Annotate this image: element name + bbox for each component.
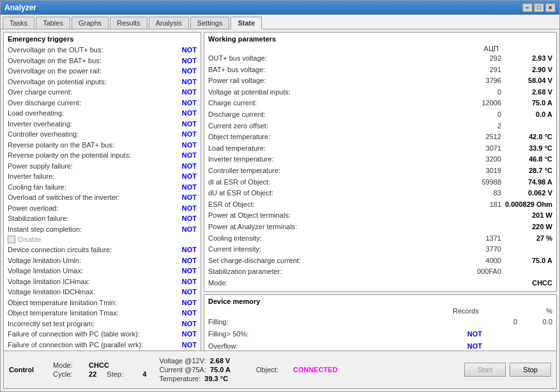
param-value: 2.90 V	[501, 64, 552, 76]
temperature-row: Temperature: 39.3 °C	[159, 375, 231, 382]
param-raw: 0	[466, 87, 501, 98]
trigger-value: NOT	[174, 129, 197, 140]
working-param-row: Cooling intensity:137127 %	[208, 233, 552, 245]
trigger-row: Overvoltage on potential inputs:NOT	[8, 77, 197, 87]
value-header	[499, 45, 550, 52]
tab-graphs[interactable]: Graphs	[72, 17, 109, 29]
connection-trigger-row: Object temperature limitation Tmax:NOT	[8, 308, 197, 319]
tab-results[interactable]: Results	[110, 17, 148, 29]
trigger-value: NOT	[174, 45, 197, 56]
working-title: Working parameters	[208, 35, 552, 43]
connection-label: Object temperature limitation Tmin:	[8, 298, 174, 308]
working-param-row: Voltage at potential inputs:02.68 V	[208, 87, 552, 98]
connection-trigger-row: Voltage limitation Umin:NOT	[8, 255, 197, 266]
window-title: Analyzer	[4, 3, 36, 12]
connection-trigger-row: Failure of connection with PC (table wor…	[8, 329, 197, 340]
param-label: Power rail voltage:	[208, 75, 466, 87]
emergency-section: Emergency triggers Overvoltage on the OU…	[3, 32, 201, 351]
working-param-row: Power at Analyzer terminals:220 W	[208, 222, 552, 233]
trigger-row: Overload of switches of the inverter:NOT	[8, 192, 197, 203]
stop-button[interactable]: Stop	[510, 363, 551, 377]
records-header: Records %	[208, 307, 552, 315]
param-label: Load temperature:	[208, 143, 466, 155]
connection-label: Failure of connection with PC (table wor…	[8, 329, 174, 340]
memory-label: Filling> 50%:	[208, 328, 447, 340]
working-param-row: Controller temperature:301928.7 °C	[208, 165, 552, 177]
connection-label: Object temperature limitation Tmax:	[8, 308, 174, 319]
memory-label: Filling:	[208, 316, 482, 328]
param-value: CHCC	[501, 278, 552, 289]
trigger-row: Overvoltage on the power rail:NOT	[8, 66, 197, 77]
trigger-row: Inverter failure:NOT	[8, 171, 197, 182]
memory-title: Device memory	[208, 298, 552, 305]
cycle-label: Cycle:	[53, 370, 85, 378]
param-value: 74.98 A	[501, 177, 552, 188]
param-label: Current zero offset:	[208, 121, 466, 132]
connection-value: NOT	[174, 287, 197, 298]
connection-label: Voltage limitation ICHmax:	[8, 276, 174, 287]
button-section: Start Stop	[464, 363, 551, 377]
trigger-row: Instant step completion:NOT	[8, 224, 197, 235]
param-label: OUT+ bus voltage:	[208, 53, 466, 64]
param-raw: 3770	[466, 244, 501, 255]
connection-trigger-row: Object temperature limitation Tmin:NOT	[8, 298, 197, 308]
connection-value: NOT	[174, 298, 197, 308]
acp-header: АЦП	[464, 45, 499, 52]
trigger-label: Overvoltage on potential inputs:	[8, 77, 174, 87]
param-value: 2.93 V	[501, 53, 552, 64]
trigger-value: NOT	[174, 161, 197, 172]
connection-value: NOT	[174, 245, 197, 255]
param-value: 0.062 V	[501, 188, 552, 199]
main-content: Emergency triggers Overvoltage on the OU…	[1, 29, 559, 351]
main-window: Analyzer − □ × Tasks Tables Graphs Resul…	[0, 0, 560, 392]
connection-trigger-row: Incorrectly set test program:NOT	[8, 319, 197, 329]
param-label: Stabilization parameter:	[208, 266, 466, 278]
trigger-row: Power overload:NOT	[8, 203, 197, 214]
memory-flag: NOT	[447, 328, 482, 340]
working-param-row: BAT+ bus voltage:2912.90 V	[208, 64, 552, 76]
tab-state[interactable]: State	[231, 17, 262, 29]
trigger-label: Overvoltage on the OUT+ bus:	[8, 45, 174, 56]
connection-trigger-row: Voltage limitation ICHmax:NOT	[8, 276, 197, 287]
emergency-rows: Overvoltage on the OUT+ bus:NOTOvervolta…	[8, 45, 197, 234]
param-raw: 292	[466, 53, 501, 64]
working-param-row: Power rail voltage:379658.04 V	[208, 75, 552, 87]
start-button[interactable]: Start	[464, 363, 506, 377]
trigger-row: Cooling fan failure:NOT	[8, 182, 197, 193]
param-raw: 181	[466, 199, 501, 211]
disable-checkbox[interactable]	[8, 236, 15, 243]
trigger-row: Over charge current:NOT	[8, 87, 197, 98]
maximize-button[interactable]: □	[534, 3, 544, 12]
param-value: 0.0 A	[501, 109, 552, 121]
param-value: 27 %	[501, 233, 552, 245]
working-param-row: Current intensity:3770	[208, 244, 552, 255]
connection-label: Failure of connection with PC (parallel …	[8, 340, 174, 351]
param-raw: 3019	[466, 165, 501, 177]
tab-analysis[interactable]: Analysis	[149, 17, 189, 29]
tab-settings[interactable]: Settings	[190, 17, 230, 29]
trigger-label: Load overheating:	[8, 108, 174, 119]
trigger-label: Power overload:	[8, 203, 174, 214]
tab-tables[interactable]: Tables	[36, 17, 70, 29]
minimize-button[interactable]: −	[522, 3, 533, 12]
connection-value: NOT	[174, 255, 197, 266]
trigger-value: NOT	[174, 66, 197, 77]
param-value: 58.04 V	[501, 75, 552, 87]
working-param-row: Charge current:1200675.0 A	[208, 98, 552, 109]
temperature-value: 39.3 °C	[204, 375, 228, 382]
param-label: Object temperature:	[208, 132, 466, 143]
mode-row: Mode: CHCC	[53, 361, 146, 369]
param-raw: 3200	[466, 154, 501, 165]
trigger-label: Instant step completion:	[8, 224, 174, 235]
close-button[interactable]: ×	[545, 3, 556, 12]
voltage-row: Voltage @12V: 2.68 V	[159, 357, 231, 365]
param-label: Charge current:	[208, 98, 466, 109]
trigger-value: NOT	[174, 56, 197, 66]
working-param-row: Set charge-discharge current:400075.0 A	[208, 255, 552, 267]
trigger-label: Over charge current:	[8, 87, 174, 98]
right-panel: Working parameters АЦП OUT+ bus voltage:…	[204, 32, 557, 348]
connection-rows: Device connection circuits failure:NOTVo…	[8, 245, 197, 350]
param-raw: 2	[466, 121, 501, 132]
trigger-value: NOT	[174, 140, 197, 151]
tab-tasks[interactable]: Tasks	[3, 17, 34, 29]
